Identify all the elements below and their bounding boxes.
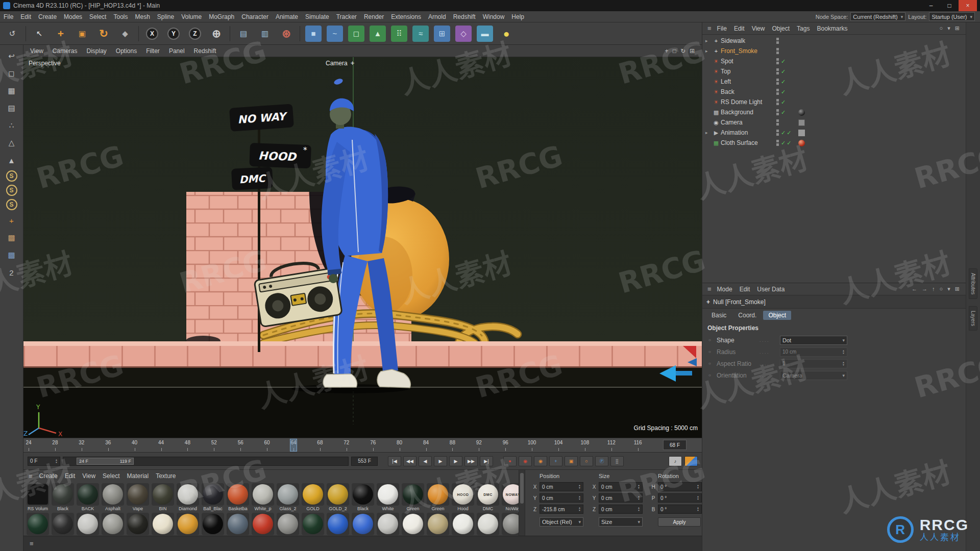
tag-sphere-dark-icon[interactable] xyxy=(798,109,805,116)
apply-button[interactable]: Apply xyxy=(658,517,701,527)
object-row-animation[interactable]: ▸▶Animation✓✓ xyxy=(702,128,966,138)
expand-caret-icon[interactable]: ▸ xyxy=(705,38,712,43)
edges-mode-icon[interactable]: △ xyxy=(5,136,19,150)
record-keyframe-button[interactable]: ● xyxy=(503,456,517,466)
camera-label[interactable]: Camera + xyxy=(326,59,354,67)
material-menu-material[interactable]: Material xyxy=(123,472,152,480)
om-menu-file[interactable]: File xyxy=(714,25,730,32)
om-menu-object[interactable]: Object xyxy=(768,25,793,32)
menu-select[interactable]: Select xyxy=(86,13,110,20)
next-frame-button[interactable]: ▶ xyxy=(449,456,462,466)
material-swatch-gold[interactable] xyxy=(302,483,324,506)
size-mode-dropdown[interactable]: Size▾ xyxy=(599,517,643,527)
menu-icon[interactable]: ≡ xyxy=(28,540,36,547)
autokeying-button[interactable]: ◉ xyxy=(519,456,532,466)
tab-coord-[interactable]: Coord. xyxy=(733,311,762,320)
layout-icon[interactable]: ⊞ xyxy=(955,25,960,32)
material-swatch[interactable] xyxy=(352,513,374,535)
attr-menu-user-data[interactable]: User Data xyxy=(753,286,788,293)
material-swatch[interactable] xyxy=(252,513,274,535)
tab-basic[interactable]: Basic xyxy=(706,311,731,320)
spinner-arrows-icon[interactable]: ▲▼ xyxy=(638,484,640,489)
sound-toggle-button[interactable]: ♪ xyxy=(669,456,682,466)
render-view-icon[interactable]: ▤ xyxy=(233,23,254,44)
zoom-view-icon[interactable]: □ xyxy=(673,47,676,55)
visibility-dots[interactable] xyxy=(774,47,781,55)
undo-icon[interactable]: ↺ xyxy=(2,23,22,44)
spline-tool-2-icon[interactable]: S xyxy=(6,185,17,196)
object-row-rs-dome-light[interactable]: ☀RS Dome Light✓ xyxy=(702,97,966,107)
rotate-tool-icon[interactable]: ↻ xyxy=(93,23,114,44)
visibility-dots[interactable] xyxy=(774,58,781,65)
enabled-checks[interactable]: ✓✓ xyxy=(781,140,797,146)
visibility-dots[interactable] xyxy=(774,68,781,75)
om-menu-bookmarks[interactable]: Bookmarks xyxy=(813,25,851,32)
material-menu-view[interactable]: View xyxy=(79,472,99,480)
material-swatch-noway[interactable]: NOWAY xyxy=(502,483,519,506)
material-swatch[interactable] xyxy=(277,513,299,535)
preview-range-thumb[interactable]: 24 F 119 F xyxy=(77,458,134,465)
position-z-input[interactable]: -215.8 cm▲▼ xyxy=(540,505,583,514)
material-swatch-glass-2[interactable] xyxy=(277,483,299,506)
object-row-spot[interactable]: ☀Spot✓ xyxy=(702,56,966,66)
material-swatch-hood[interactable]: HOOD xyxy=(452,483,474,506)
size-x-input[interactable]: 0 cm▲▼ xyxy=(599,482,643,491)
document-end-box[interactable]: 553 F xyxy=(351,457,378,466)
attr-menu-edit[interactable]: Edit xyxy=(736,286,754,293)
menu-modes[interactable]: Modes xyxy=(60,13,86,20)
prev-frame-button[interactable]: ◀ xyxy=(419,456,432,466)
position-y-input[interactable]: 0 cm▲▼ xyxy=(540,493,583,503)
deformer-icon[interactable]: ◇ xyxy=(453,23,474,44)
viewport-menu-redshift[interactable]: Redshift xyxy=(189,47,221,55)
extrude-icon[interactable]: ▲ xyxy=(368,23,388,44)
render-settings-icon[interactable]: ⊛ xyxy=(276,23,297,44)
position-x-input[interactable]: 0 cm▲▼ xyxy=(540,482,583,491)
material-swatch[interactable] xyxy=(427,513,449,535)
material-swatch-black[interactable] xyxy=(352,483,374,506)
viewport-menu-filter[interactable]: Filter xyxy=(141,47,164,55)
parent-icon[interactable]: ↑ xyxy=(932,286,935,292)
timeline-ruler[interactable]: 68 F 24283236404448525660646872768084889… xyxy=(23,438,702,452)
material-menu-create[interactable]: Create xyxy=(36,472,61,480)
texture-a-icon[interactable]: ▩ xyxy=(5,231,19,245)
dock-tab-attributes[interactable]: Attributes xyxy=(969,268,977,299)
object-row-cloth-surface[interactable]: ▦Cloth Surface✓✓ xyxy=(702,138,966,148)
record-rotation-button[interactable]: ○ xyxy=(580,456,593,466)
play-button[interactable]: ▶ xyxy=(434,456,447,466)
object-row-top[interactable]: ☀Top✓ xyxy=(702,66,966,77)
texture-b-icon[interactable]: ▩ xyxy=(5,248,19,262)
live-selection-icon[interactable]: ↖ xyxy=(29,23,50,44)
viewport-menu-display[interactable]: Display xyxy=(82,47,111,55)
menu-help[interactable]: Help xyxy=(508,13,528,20)
menu-arnold[interactable]: Arnold xyxy=(425,13,450,20)
visibility-dots[interactable] xyxy=(774,119,781,126)
menu-volume[interactable]: Volume xyxy=(178,13,205,20)
menu-file[interactable]: File xyxy=(0,13,17,20)
make-editable-icon[interactable]: ↩ xyxy=(5,49,19,63)
spinner-arrows-icon[interactable]: ▲▼ xyxy=(842,361,845,366)
spinner-arrows-icon[interactable]: ▲▼ xyxy=(697,484,699,489)
material-swatch-rs-volum[interactable] xyxy=(27,483,49,506)
record-scale-button[interactable]: ▣ xyxy=(565,456,578,466)
layout-icon[interactable]: ⊞ xyxy=(955,286,960,292)
material-swatch[interactable] xyxy=(452,513,474,535)
om-menu-edit[interactable]: Edit xyxy=(730,25,748,32)
material-swatch[interactable] xyxy=(302,513,324,535)
material-swatch-ball-blac[interactable] xyxy=(202,483,224,506)
menu-animate[interactable]: Animate xyxy=(272,13,302,20)
material-swatch[interactable] xyxy=(27,513,49,535)
material-swatch-white[interactable] xyxy=(377,483,399,506)
polygons-mode-icon[interactable]: ▲ xyxy=(5,153,19,167)
material-scrollbar[interactable] xyxy=(519,470,525,536)
enabled-checks[interactable]: ✓ xyxy=(781,89,797,95)
toggle-view-icon[interactable]: ⊞ xyxy=(690,47,695,55)
material-swatch[interactable] xyxy=(102,513,124,535)
menu-mesh[interactable]: Mesh xyxy=(131,13,153,20)
last-tool-icon[interactable]: ◆ xyxy=(115,23,135,44)
close-button[interactable]: × xyxy=(959,0,977,11)
visibility-dots[interactable] xyxy=(774,98,781,106)
object-row-back[interactable]: ☀Back✓ xyxy=(702,87,966,97)
material-swatch-gold-2[interactable] xyxy=(327,483,349,506)
material-swatch-green[interactable] xyxy=(427,483,449,506)
menu-simulate[interactable]: Simulate xyxy=(302,13,333,20)
